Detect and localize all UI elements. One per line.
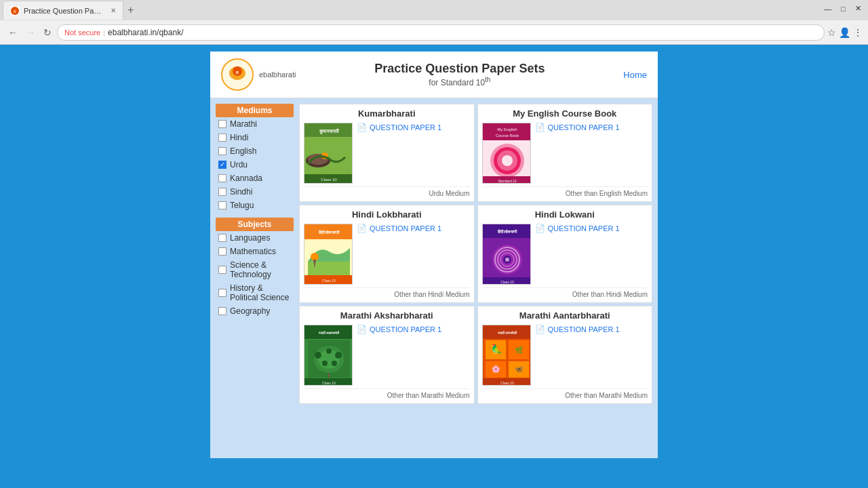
book-papers-english: 📄 QUESTION PAPER 1 <box>535 123 620 134</box>
book-card-hindi-lokwani: Hindi Lokwani हिंदी लोकवाणी <box>477 205 653 303</box>
address-bar[interactable]: Not secure | ebalbharati.in/qbank/ <box>57 24 825 41</box>
checkbox-english[interactable] <box>218 147 226 155</box>
sidebar-item-telugu[interactable]: Telugu <box>216 199 294 212</box>
sidebar-item-science[interactable]: Science & Technology <box>216 258 294 281</box>
reload-button[interactable]: ↻ <box>41 26 54 39</box>
window-controls: — □ ✕ <box>820 3 865 14</box>
svg-text:Class 10: Class 10 <box>322 279 336 283</box>
minimize-button[interactable]: — <box>820 3 835 14</box>
document-icon: 📄 <box>535 123 545 132</box>
profile-button[interactable]: 👤 <box>839 27 850 38</box>
page-subtitle: for Standard 10th <box>374 76 545 87</box>
checkbox-science[interactable] <box>218 266 226 274</box>
book-title: Marathi Aantarbharati <box>482 310 648 321</box>
page-title: Practice Question Paper Sets <box>374 62 545 76</box>
maximize-button[interactable]: □ <box>837 3 850 14</box>
paper-link-marathi-aant-1[interactable]: 📄 QUESTION PAPER 1 <box>535 325 620 334</box>
sidebar-item-urdu[interactable]: ✓ Urdu <box>216 158 294 171</box>
sidebar-item-kannada[interactable]: Kannada <box>216 171 294 185</box>
checkbox-urdu-checked[interactable]: ✓ <box>218 161 226 169</box>
sidebar-item-languages[interactable]: Languages <box>216 231 294 245</box>
home-link[interactable]: Home <box>623 70 647 80</box>
checkbox-marathi[interactable] <box>218 120 226 128</box>
tab-favicon: e <box>10 6 20 16</box>
svg-text:Class 10: Class 10 <box>322 381 336 385</box>
back-button[interactable]: ← <box>5 26 20 39</box>
svg-point-50 <box>322 361 328 366</box>
svg-text:🦜: 🦜 <box>490 344 502 355</box>
checkbox-mathematics[interactable] <box>218 247 226 256</box>
book-cover-marathi-aksh: मराठी अक्षरभारती <box>304 325 353 386</box>
sidebar-item-english[interactable]: English <box>216 144 294 158</box>
svg-text:हिंदी लोकवाणी: हिंदी लोकवाणी <box>496 229 517 234</box>
subjects-header: Subjects <box>216 218 294 231</box>
mediums-section: Mediums Marathi Hindi English <box>216 104 294 212</box>
page-title-area: Practice Question Paper Sets for Standar… <box>374 62 545 87</box>
paper-link-english-1[interactable]: 📄 QUESTION PAPER 1 <box>535 123 620 132</box>
sidebar-item-hindi[interactable]: Hindi <box>216 131 294 144</box>
page-header: e ebalbharati Practice Question Paper Se… <box>210 52 658 98</box>
paper-link-hindi-lok-1[interactable]: 📄 QUESTION PAPER 1 <box>357 224 441 233</box>
book-card-marathi-aant: Marathi Aantarbharati मराठी अंतर्भारती <box>477 306 653 404</box>
not-secure-label: Not secure <box>64 28 100 37</box>
book-papers-kumarbharati: 📄 QUESTION PAPER 1 <box>357 123 441 134</box>
paper-link-hindi-lokwani-1[interactable]: 📄 QUESTION PAPER 1 <box>535 224 620 233</box>
svg-text:Standard 10: Standard 10 <box>498 179 516 183</box>
sidebar-item-marathi[interactable]: Marathi <box>216 117 294 131</box>
checkbox-languages[interactable] <box>218 234 226 242</box>
subjects-section: Subjects Languages Mathematics Science &… <box>216 218 294 318</box>
sidebar: Mediums Marathi Hindi English <box>216 104 294 404</box>
svg-point-38 <box>505 258 509 262</box>
menu-button[interactable]: ⋮ <box>853 27 863 38</box>
book-card-english: My English Course Book My English Course… <box>477 104 653 202</box>
books-grid: Kumarbharati कुमारभारती <box>299 104 652 404</box>
svg-point-51 <box>332 361 337 366</box>
document-icon: 📄 <box>357 224 367 233</box>
close-button[interactable]: ✕ <box>851 3 865 14</box>
new-tab-button[interactable]: + <box>123 4 138 16</box>
checkbox-sindhi[interactable] <box>218 188 226 196</box>
svg-text:मराठी अंतर्भारती: मराठी अंतर्भारती <box>496 331 517 335</box>
content-area: Mediums Marathi Hindi English <box>210 98 658 409</box>
sidebar-item-mathematics[interactable]: Mathematics <box>216 245 294 258</box>
svg-text:🌿: 🌿 <box>515 346 524 354</box>
book-medium-kumarbharati: Urdu Medium <box>304 186 470 197</box>
checkbox-hindi[interactable] <box>218 134 226 142</box>
bookmark-button[interactable]: ☆ <box>827 27 836 38</box>
book-medium-english: Other than English Medium <box>482 186 648 197</box>
book-medium-hindi-lokwani: Other than Hindi Medium <box>482 287 648 298</box>
sidebar-item-history[interactable]: History & Political Science <box>216 281 294 304</box>
book-papers-marathi-aant: 📄 QUESTION PAPER 1 <box>535 325 620 336</box>
svg-point-20 <box>502 155 513 166</box>
active-tab[interactable]: e Practice Question Paper Sets ✕ <box>3 1 123 20</box>
book-card-marathi-aksh: Marathi Aksharbharati मराठी अक्षरभारती <box>299 306 475 404</box>
mediums-header: Mediums <box>216 104 294 117</box>
svg-point-47 <box>315 352 321 359</box>
checkbox-kannada[interactable] <box>218 174 226 182</box>
document-icon: 📄 <box>535 325 545 334</box>
document-icon: 📄 <box>357 325 367 334</box>
forward-button[interactable]: → <box>23 26 38 39</box>
book-medium-marathi-aant: Other than Marathi Medium <box>482 388 648 399</box>
book-card-kumarbharati: Kumarbharati कुमारभारती <box>299 104 475 202</box>
document-icon: 📄 <box>535 224 545 233</box>
book-cover-kumarbharati: कुमारभारती Class 10 <box>304 123 353 184</box>
checkbox-telugu[interactable] <box>218 201 226 209</box>
page-wrapper: e ebalbharati Practice Question Paper Se… <box>210 52 658 458</box>
checkbox-geography[interactable] <box>218 307 226 315</box>
checkbox-history[interactable] <box>218 289 226 297</box>
svg-point-49 <box>335 352 342 359</box>
logo-circle: e <box>221 58 254 91</box>
tab-close-icon[interactable]: ✕ <box>111 7 116 14</box>
sidebar-item-geography[interactable]: Geography <box>216 304 294 318</box>
book-card-hindi-lok: Hindi Lokbharati हिंदी लोकभारती <box>299 205 475 303</box>
sidebar-item-sindhi[interactable]: Sindhi <box>216 185 294 199</box>
document-icon: 📄 <box>357 123 367 132</box>
url-display: ebalbharati.in/qbank/ <box>108 28 183 37</box>
book-papers-hindi-lok: 📄 QUESTION PAPER 1 <box>357 224 441 235</box>
paper-link-marathi-aksh-1[interactable]: 📄 QUESTION PAPER 1 <box>357 325 441 334</box>
book-medium-marathi-aksh: Other than Marathi Medium <box>304 388 470 399</box>
paper-link-kumarbharati-1[interactable]: 📄 QUESTION PAPER 1 <box>357 123 441 132</box>
svg-text:🌸: 🌸 <box>492 365 500 373</box>
svg-point-48 <box>326 348 332 354</box>
